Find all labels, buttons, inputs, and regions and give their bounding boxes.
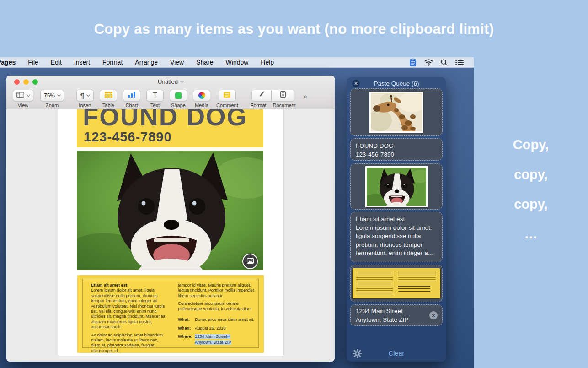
table-grid-icon <box>105 92 112 100</box>
media-button[interactable] <box>193 90 210 101</box>
comment-button[interactable] <box>219 90 236 101</box>
line-break-mark: ↵ <box>227 335 230 339</box>
side-note-line: … <box>474 220 588 250</box>
toolbar-overflow-icon[interactable]: » <box>303 92 307 101</box>
document-label: Document <box>273 103 296 108</box>
table-label: Table <box>102 103 114 108</box>
mac-screen-capture: Pages File Edit Insert Format Arrange Vi… <box>0 57 474 368</box>
replace-image-button[interactable] <box>242 254 258 269</box>
chevron-down-icon <box>27 92 30 96</box>
media-label: Media <box>195 103 208 108</box>
image-icon <box>247 257 254 265</box>
paste-item-poster-snippet[interactable] <box>350 265 443 302</box>
menu-view[interactable]: View <box>170 59 184 66</box>
paste-item-found-dog-text[interactable]: FOUND DOG 123-456-7890 <box>350 138 443 161</box>
view-button[interactable] <box>13 90 33 101</box>
paste-item-address-text[interactable]: 1234 Main Street Anytown, State ZIP ✕ <box>350 304 443 326</box>
side-note-line: Copy, <box>474 131 588 161</box>
dog-photo-thumbnail <box>365 166 428 207</box>
view-label: View <box>18 103 29 108</box>
view-panes-icon <box>16 92 24 100</box>
paste-queue-panel: ✕ Paste Queue (6) <box>347 77 446 362</box>
promo-screenshot: Copy as many items as you want (no more … <box>0 0 588 368</box>
poster-title-block[interactable]: FOUND DOG 123-456-7890 <box>77 109 263 147</box>
shape-label: Shape <box>171 103 186 108</box>
zoom-value: 75% <box>44 92 55 99</box>
menu-help[interactable]: Help <box>261 59 274 66</box>
selected-text[interactable]: Anytown, State ZIP <box>195 340 231 345</box>
paste-queue-title: Paste Queue (6) <box>347 80 446 87</box>
bar-chart-icon <box>128 92 135 100</box>
menu-arrange[interactable]: Arrange <box>135 59 158 66</box>
menu-format[interactable]: Format <box>102 59 123 66</box>
notification-list-icon[interactable] <box>455 60 464 65</box>
menu-insert[interactable]: Insert <box>74 59 90 66</box>
side-note-line: copy, <box>474 161 588 190</box>
pilcrow-icon: ¶ <box>80 92 84 99</box>
text-label: Text <box>150 103 160 108</box>
paste-queue-clipboard-icon[interactable] <box>409 58 417 67</box>
poster-phone: 123-456-7890 <box>84 130 172 145</box>
table-button[interactable] <box>100 90 117 101</box>
paintbrush-icon <box>258 91 265 100</box>
window-chrome: Untitled View 7 <box>6 76 335 109</box>
paste-item-lorem-text[interactable]: Etiam sit amet est Lorem ipsum dolor sit… <box>350 212 443 262</box>
poster-body-heading: Etiam sit amet est <box>91 283 168 288</box>
chart-label: Chart <box>126 103 138 108</box>
insert-label: Insert <box>79 103 91 108</box>
title-bar[interactable]: Untitled <box>6 76 335 88</box>
poster-textbox[interactable]: Etiam sit amet est Lorem ipsum dolor sit… <box>77 275 264 353</box>
menu-file[interactable]: File <box>28 59 38 66</box>
poster-body-paragraph: Ac dolor ac adipiscing amet bibendum nul… <box>91 333 168 354</box>
chevron-down-icon <box>86 92 90 96</box>
promo-side-note: Copy, copy, copy, … <box>474 131 588 250</box>
document-canvas[interactable]: FOUND DOG 123-456-7890 <box>6 109 335 362</box>
text-button[interactable]: T <box>146 90 164 101</box>
remove-item-button[interactable]: ✕ <box>429 311 438 319</box>
paste-item-giraffe-image[interactable] <box>350 88 443 136</box>
poster-body-paragraph: Lorem ipsum dolor sit amet, ligula suspe… <box>91 288 168 330</box>
format-button[interactable] <box>251 90 272 101</box>
title-chevron-down-icon[interactable] <box>180 79 184 83</box>
menu-edit[interactable]: Edit <box>51 59 62 66</box>
detail-row-what: What: Donec arcu risus diam amet sit. <box>178 317 258 322</box>
detail-row-where: Where: 1234 Main Street↵ Anytown, State … <box>178 334 258 345</box>
poster-headline: FOUND DOG <box>83 109 247 130</box>
comment-label: Comment <box>216 103 238 108</box>
color-wheel-icon <box>198 92 205 99</box>
menu-share[interactable]: Share <box>196 59 213 66</box>
document-sheet-icon <box>280 91 286 100</box>
menu-window[interactable]: Window <box>226 59 249 66</box>
yellow-note-icon <box>224 92 230 100</box>
green-square-icon <box>175 92 182 99</box>
giraffe-photo-thumbnail <box>369 92 423 133</box>
poster-body-paragraph: Consectetuer arcu ipsum ornare pellentes… <box>178 301 258 312</box>
window-title: Untitled <box>6 78 335 85</box>
dog-photo[interactable] <box>77 151 263 270</box>
insert-button[interactable]: ¶ <box>76 90 94 101</box>
shape-button[interactable] <box>170 90 187 101</box>
wifi-icon[interactable] <box>424 59 433 66</box>
letter-t-icon: T <box>153 92 157 100</box>
menu-bar: Pages File Edit Insert Format Arrange Vi… <box>0 57 474 68</box>
clear-button[interactable]: Clear <box>347 350 446 357</box>
format-label: Format <box>251 103 267 108</box>
search-icon[interactable] <box>441 59 448 66</box>
detail-row-when: When: August 26, 2018 <box>178 325 258 331</box>
chart-button[interactable] <box>123 90 140 101</box>
poster-text-thumbnail <box>353 268 440 298</box>
toolbar: View 75% Zoom ¶ <box>6 88 335 109</box>
chevron-down-icon <box>57 92 61 96</box>
pages-window: Untitled View 7 <box>6 76 335 362</box>
zoom-label: Zoom <box>46 103 59 108</box>
side-note-line: copy, <box>474 190 588 220</box>
desktop-wallpaper: Untitled View 7 <box>0 68 474 368</box>
poster-body-paragraph: tempor id vitae. Mauris pretium aliquet,… <box>178 283 258 298</box>
selected-text[interactable]: 1234 Main Street↵ <box>195 334 230 339</box>
paste-item-dog-image[interactable] <box>350 163 443 210</box>
menu-app-name[interactable]: Pages <box>0 59 16 66</box>
zoom-button[interactable]: 75% <box>40 90 64 101</box>
document-button[interactable] <box>272 90 294 101</box>
promo-headline: Copy as many items as you want (no more … <box>0 21 588 38</box>
